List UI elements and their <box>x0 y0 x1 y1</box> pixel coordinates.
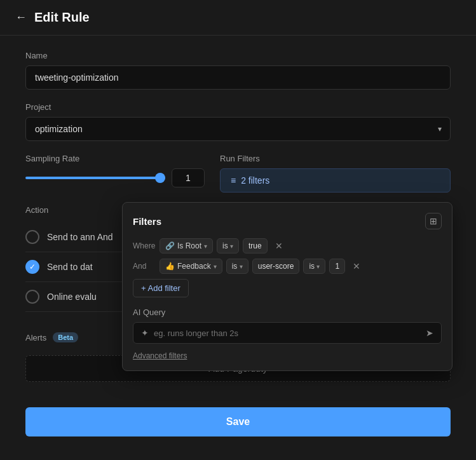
run-filters-value: 2 filters <box>241 175 269 186</box>
project-label: Project <box>25 102 451 112</box>
back-icon: ← <box>15 11 27 24</box>
filter-extra-op-1[interactable]: is ▾ <box>303 259 325 274</box>
page: ← Edit Rule Name Project optimization ▾ … <box>0 0 476 447</box>
ai-input-row: ✦ ➤ <box>133 322 442 344</box>
action-text-0: Send to ann And <box>47 232 113 242</box>
back-button[interactable]: ← <box>15 11 27 24</box>
popup-header: Filters ⊞ <box>133 213 442 229</box>
run-filters-group: Run Filters ≡ 2 filters <box>220 154 451 193</box>
filter-value-0: true <box>243 238 268 254</box>
action-text-2: Online evalu <box>47 292 97 302</box>
checkmark-icon: ✓ <box>29 262 36 271</box>
radio-unchecked-0 <box>25 230 39 244</box>
header: ← Edit Rule <box>0 0 476 36</box>
filter-op-label-0: is <box>222 241 228 250</box>
sampling-number[interactable] <box>172 168 205 187</box>
filter-connector-0: Where <box>133 241 156 250</box>
filter-field-chevron-1: ▾ <box>214 263 217 270</box>
advanced-filters-link[interactable]: Advanced filters <box>133 351 187 360</box>
run-filters-button[interactable]: ≡ 2 filters <box>220 168 451 193</box>
filter-icon: ≡ <box>231 175 236 186</box>
project-select[interactable]: optimization <box>25 117 451 141</box>
filter-field-chevron-0: ▾ <box>204 243 207 250</box>
filter-field-chip-0[interactable]: 🔗 Is Root ▾ <box>160 238 213 254</box>
filter-op-0[interactable]: is ▾ <box>217 238 239 254</box>
filter-op-label-1: is <box>232 262 238 271</box>
filter-field-label-0: Is Root <box>177 241 201 250</box>
project-field-group: Project optimization ▾ <box>25 102 451 141</box>
filter-close-0[interactable]: ✕ <box>271 240 287 252</box>
save-button[interactable]: Save <box>25 407 451 436</box>
radio-checked-1: ✓ <box>25 260 39 274</box>
name-field-group: Name <box>25 51 451 90</box>
beta-badge: Beta <box>53 332 78 342</box>
filter-extra-op-chevron-1: ▾ <box>316 263 320 270</box>
filter-op-1[interactable]: is ▾ <box>226 259 248 274</box>
filter-extra-op-label-1: is <box>309 262 315 271</box>
sampling-group: Sampling Rate <box>25 154 205 187</box>
name-input[interactable] <box>25 65 451 90</box>
page-title: Edit Rule <box>34 10 90 25</box>
add-filter-button[interactable]: + Add filter <box>133 279 189 297</box>
ai-query-label: AI Query <box>133 308 442 317</box>
filter-row-0: Where 🔗 Is Root ▾ is ▾ true ✕ <box>133 238 442 254</box>
ai-query-input[interactable] <box>154 328 421 338</box>
sampling-slider[interactable] <box>25 177 165 179</box>
filter-op-chevron-1: ▾ <box>240 263 243 270</box>
sampling-label: Sampling Rate <box>25 154 205 163</box>
filter-field-icon-1: 👍 <box>165 262 175 271</box>
filter-value-1: user-score <box>252 259 300 274</box>
filter-field-icon-0: 🔗 <box>165 241 175 250</box>
layout-icon: ⊞ <box>430 216 437 226</box>
radio-unchecked-2 <box>25 290 39 304</box>
filter-connector-1: And <box>133 262 156 271</box>
slider-row <box>25 168 205 187</box>
name-label: Name <box>25 51 451 60</box>
filter-close-1[interactable]: ✕ <box>349 260 364 273</box>
run-filters-label: Run Filters <box>220 154 451 163</box>
filter-field-chip-1[interactable]: 👍 Feedback ▾ <box>160 259 222 274</box>
project-select-wrapper: optimization ▾ <box>25 117 451 141</box>
ai-send-button[interactable]: ➤ <box>426 328 433 338</box>
filter-op-chevron-0: ▾ <box>230 243 233 250</box>
filter-extra-value-1: 1 <box>329 259 345 274</box>
filters-popup: Filters ⊞ Where 🔗 Is Root ▾ is ▾ true ✕ … <box>122 202 452 371</box>
magic-wand-icon: ✦ <box>141 328 149 338</box>
sampling-run-row: Sampling Rate Run Filters ≡ 2 filters <box>25 154 451 193</box>
alerts-label: Alerts <box>25 333 46 342</box>
popup-layout-icon-button[interactable]: ⊞ <box>425 213 442 229</box>
filter-row-1: And 👍 Feedback ▾ is ▾ user-score is ▾ 1 … <box>133 259 442 274</box>
action-text-1: Send to dat <box>47 262 93 272</box>
popup-title: Filters <box>133 216 161 227</box>
filter-field-label-1: Feedback <box>177 262 211 271</box>
